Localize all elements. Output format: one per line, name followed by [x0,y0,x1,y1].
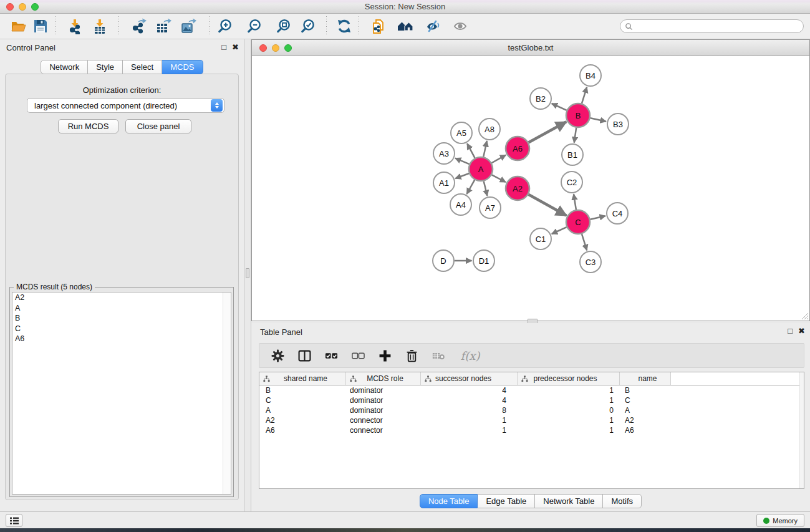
graph-node-A2[interactable]: A2 [506,177,529,200]
zoom-fit-button[interactable] [274,17,293,36]
column-header-mcds-role[interactable]: MCDS role [346,372,421,385]
graph-edge-A-A6[interactable] [491,155,506,163]
refresh-button[interactable] [335,17,354,36]
graph-edge-A-A5[interactable] [467,143,475,158]
graph-node-C4[interactable]: C4 [607,203,628,224]
graph-edge-C-C3[interactable] [582,234,587,250]
graph-node-B4[interactable]: B4 [580,65,601,86]
graph-node-A6[interactable]: A6 [506,137,529,160]
graph-edge-B-B2[interactable] [552,104,567,110]
close-panel-button[interactable]: Close panel [125,119,191,133]
table-row[interactable]: A2connector11A2 [259,415,804,425]
tab-select[interactable]: Select [123,60,162,74]
mcds-result-item[interactable]: B [12,313,231,324]
graph-node-C[interactable]: C [566,210,590,234]
home-view-button[interactable] [396,17,415,36]
import-table-button[interactable] [90,17,109,36]
mcds-result-item[interactable]: C [12,324,231,334]
graph-node-C3[interactable]: C3 [580,251,601,273]
graph-edge-A-A4[interactable] [467,180,475,194]
memory-button[interactable]: Memory [756,514,804,527]
tab-edge-table[interactable]: Edge Table [478,494,535,508]
graph-node-D[interactable]: D [433,250,454,271]
graph-edge-C-C1[interactable] [552,227,567,234]
export-image-button[interactable] [179,17,198,36]
tab-style[interactable]: Style [88,60,123,74]
graph-node-A4[interactable]: A4 [450,194,471,215]
graph-edge-A-A8[interactable] [483,141,487,157]
graph-edge-B-B3[interactable] [591,118,606,122]
column-header-predecessor-nodes[interactable]: predecessor nodes [518,372,620,385]
settings-gear-button[interactable] [270,348,285,363]
open-file-button[interactable] [9,17,28,36]
tab-mcds[interactable]: MCDS [162,60,203,74]
search-box[interactable] [620,19,804,33]
table-row[interactable]: Bdominator41B [259,385,804,395]
graph-node-A1[interactable]: A1 [433,172,455,193]
graph-edge-A-A1[interactable] [455,173,469,178]
graph-edge-A2-C[interactable] [528,195,566,216]
graph-node-B3[interactable]: B3 [607,114,629,135]
run-mcds-button[interactable]: Run MCDS [58,119,118,133]
column-header-shared-name[interactable]: shared name [259,372,346,385]
search-input[interactable] [633,21,803,32]
graph-node-A3[interactable]: A3 [433,143,455,164]
eye-button[interactable] [451,17,470,36]
float-panel-icon[interactable]: □ [221,42,226,52]
scrollbar-track[interactable] [223,293,231,494]
delete-table-button[interactable] [431,348,446,363]
tab-network[interactable]: Network [41,60,88,74]
graph-edge-A6-B[interactable] [529,122,567,142]
tab-network-table[interactable]: Network Table [535,494,603,508]
close-panel-icon[interactable]: ✖ [798,326,805,336]
clone-network-button[interactable] [370,17,388,36]
import-network-button[interactable] [65,17,84,36]
close-panel-icon[interactable]: ✖ [232,42,239,52]
mcds-result-item[interactable]: A6 [12,334,231,344]
column-panel-button[interactable] [297,348,312,363]
graph-edge-C-C2[interactable] [574,194,576,210]
add-row-button[interactable] [377,348,392,363]
tab-motifs[interactable]: Motifs [603,494,642,508]
zoom-in-button[interactable] [216,17,234,36]
tab-node-table[interactable]: Node Table [420,494,478,508]
graph-node-A[interactable]: A [469,157,493,181]
mcds-result-item[interactable]: A2 [12,293,231,303]
graph-edge-B-B4[interactable] [582,87,587,104]
graph-edge-A-A7[interactable] [484,181,488,196]
graph-edge-A-A3[interactable] [455,158,470,165]
scrollbar-track[interactable] [799,372,804,488]
export-table-button[interactable] [154,17,173,36]
graph-node-B[interactable]: B [566,104,590,127]
table-row[interactable]: Adominator80A [259,405,804,415]
column-header-name[interactable]: name [620,372,671,385]
graph-edge-C-C4[interactable] [591,216,605,219]
graph-node-B2[interactable]: B2 [530,88,551,109]
graph-node-C1[interactable]: C1 [530,228,551,249]
graph-edge-A-A2[interactable] [492,175,506,182]
graph-node-A7[interactable]: A7 [480,197,501,218]
graph-node-A8[interactable]: A8 [479,118,500,140]
hide-graphics-details-button[interactable] [423,17,441,36]
graph-node-D1[interactable]: D1 [473,250,494,271]
graph-node-B1[interactable]: B1 [562,144,583,165]
vertical-splitter[interactable] [244,39,251,511]
graph-node-C2[interactable]: C2 [561,172,582,193]
task-history-button[interactable] [6,514,22,527]
function-builder-button[interactable]: f(x) [458,348,483,363]
deselect-all-button[interactable] [350,348,365,363]
network-canvas[interactable]: B4B2BB3A5A8A6B1A3AC2A1A2A4A7C4CC1C3DD1 [252,56,809,321]
select-all-button[interactable] [324,348,339,363]
zoom-out-button[interactable] [245,17,264,36]
window-resize-grip[interactable] [800,311,809,320]
delete-row-button[interactable] [404,348,419,363]
save-session-button[interactable] [31,17,50,36]
float-panel-icon[interactable]: □ [788,326,793,336]
graph-node-A5[interactable]: A5 [451,122,472,143]
mcds-result-item[interactable]: A [12,303,231,314]
table-row[interactable]: A6connector11A6 [259,425,804,435]
graph-edge-B-B1[interactable] [574,128,576,143]
table-row[interactable]: Cdominator41C [259,395,804,405]
criterion-dropdown[interactable]: largest connected component (directed) [27,98,224,113]
column-header-successor-nodes[interactable]: successor nodes [421,372,518,385]
